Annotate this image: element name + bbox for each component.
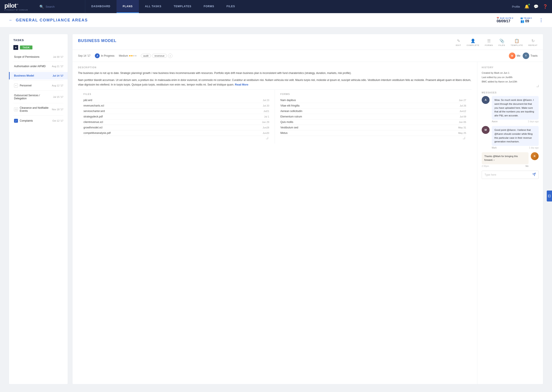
form-name: Vestibulum sed: [280, 126, 298, 129]
task-list: Scope of Permissions Jul 30 '17 Authoris…: [9, 53, 68, 125]
description-label: DESCRIPTION: [78, 66, 472, 69]
description-text-1: The business plan is not up to date. Str…: [78, 71, 472, 75]
divider: [13, 71, 63, 71]
task-detail-panel: BUSINESS MODEL ✎ EDIT 👤 COMPLETE ☰ FORMS…: [72, 34, 543, 384]
forms-action[interactable]: ☰ FORMS: [485, 39, 493, 46]
avatar-me: M: [509, 53, 516, 59]
task-item[interactable]: ☐ Clearance and Notifiable Events Nov 18…: [9, 104, 68, 115]
nav-item-all-tasks[interactable]: ALL TASKS: [139, 0, 167, 13]
send-message-button[interactable]: [532, 173, 536, 177]
complete-action[interactable]: 👤 COMPLETE: [467, 39, 479, 46]
file-name: clientrevenue.xcl: [83, 120, 103, 124]
message-item-me: K Thanks @Mark for bringing this forward…: [482, 152, 539, 167]
avatar-me-msg: K: [531, 152, 539, 160]
message-sender-mark: Mark: [492, 147, 497, 149]
message-item-mark: M Good point @Aaron. I believe that @Kar…: [482, 126, 539, 149]
task-item[interactable]: ✓ Complaints Oct 12 '17: [9, 117, 68, 125]
task-checkbox-icon: ☐: [14, 107, 18, 111]
complete-label: COMPLETE: [467, 44, 479, 46]
page-title-area: ← GENERAL COMPLIANCE AREAS: [9, 18, 88, 22]
message-input-area: [482, 171, 539, 179]
team-value: 👥 09: [520, 19, 529, 23]
nav-item-forms[interactable]: FORMS: [198, 0, 220, 13]
form-item[interactable]: Quis mollis Jun 05: [280, 119, 466, 125]
avatar-mark: M: [482, 126, 490, 134]
assignee-travis-label: Travis: [530, 54, 537, 57]
more-tags-button[interactable]: ›: [168, 54, 172, 58]
task-item[interactable]: Scope of Permissions Jul 30 '17: [9, 53, 68, 61]
message-input[interactable]: [485, 173, 530, 176]
task-body-left: DESCRIPTION The business plan is not up …: [73, 62, 477, 384]
description-text-2: Nam porttitor blandit accumsan. Ut vel d…: [78, 78, 472, 87]
side-panel-toggle[interactable]: [547, 190, 552, 202]
more-options-button[interactable]: ⋮: [539, 17, 543, 23]
profile-link[interactable]: Profile: [512, 5, 520, 8]
form-date: Jul 09: [460, 115, 466, 118]
form-item[interactable]: Vitae elit fringilla Jul 26: [280, 103, 466, 109]
file-name: servicecharter.wrd: [83, 110, 105, 113]
assignee-me: M Me: [509, 53, 520, 59]
file-date: Jul 20: [263, 104, 269, 107]
nav-links: DASHBOARD PLANS ALL TASKS TEMPLATES FORM…: [85, 0, 508, 13]
template-label: TEMPLATE: [511, 44, 523, 46]
files-forms-area: FILES p&l.wrd Jul 23 revenuecharts.xcl J…: [78, 90, 472, 143]
due-date-meta[interactable]: 📅 DUE DATE▼ 08/09/17: [497, 17, 514, 23]
edit-action[interactable]: ✎ EDIT: [456, 39, 461, 46]
page-header: ← GENERAL COMPLIANCE AREAS 📅 DUE DATE▼ 0…: [0, 13, 552, 27]
file-name: competitiveanalysis.pdf: [83, 132, 111, 134]
repeat-action[interactable]: ↻ REPEAT: [528, 39, 537, 46]
file-item[interactable]: p&l.wrd Jul 23: [83, 98, 269, 103]
nav-right: Profile 🔔 💬 ❓: [508, 0, 552, 13]
form-date: Jun 05: [459, 121, 466, 123]
forms-resize-handle: [280, 136, 466, 140]
team-meta[interactable]: 👥 TEAM▼ 👥 09: [520, 17, 532, 23]
task-date: Sep 14 '17: [78, 54, 90, 57]
files-label: FILES: [83, 93, 269, 95]
task-item[interactable]: Outsourced Services / Delegation Jul 15 …: [9, 92, 68, 102]
avatar-aaron: A: [482, 96, 490, 104]
chat-button[interactable]: 💬: [534, 4, 538, 9]
task-item[interactable]: + Personnel Aug 12 '17: [9, 81, 68, 90]
file-item[interactable]: servicecharter.wrd Jul21: [83, 109, 269, 114]
forms-section: FORMS Nam dapibus Jun 27 Vitae elit frin…: [275, 90, 472, 143]
tag-audit[interactable]: audit: [141, 54, 151, 58]
task-actions-bar: ✎ EDIT 👤 COMPLETE ☰ FORMS 📎 FILES 📋: [456, 39, 537, 46]
files-action[interactable]: 📎 FILES: [499, 39, 505, 46]
search-input[interactable]: [46, 5, 81, 8]
history-resize-icon: [537, 85, 539, 87]
add-task-button[interactable]: + TASK: [13, 45, 63, 50]
file-item[interactable]: growthmodel.xcl Jun28: [83, 125, 269, 130]
nav-item-files[interactable]: FILES: [220, 0, 241, 13]
assignee-travis: T Travis: [523, 53, 537, 59]
messages-label: MESSAGES: [482, 91, 539, 94]
nav-item-templates[interactable]: TEMPLATES: [167, 0, 198, 13]
form-item[interactable]: Nam dapibus Jun 27: [280, 98, 466, 103]
files-icon: 📎: [499, 39, 504, 43]
file-item[interactable]: revenuecharts.xcl Jul 20: [83, 103, 269, 109]
form-date: May 25: [458, 132, 466, 134]
notifications-button[interactable]: 🔔: [524, 4, 529, 9]
file-item[interactable]: clientrevenue.xcl Jun 29: [83, 119, 269, 125]
read-more-link[interactable]: Read More: [235, 83, 248, 86]
form-item[interactable]: Vestibulum sed May 31: [280, 125, 466, 130]
file-item[interactable]: competitiveanalysis.pdf Jun20: [83, 130, 269, 136]
page-meta: 📅 DUE DATE▼ 08/09/17 👥 TEAM▼ 👥 09 ⋮: [497, 17, 543, 23]
file-item[interactable]: strategydeck.pdf Jul 1: [83, 114, 269, 119]
nav-item-dashboard[interactable]: DASHBOARD: [85, 0, 116, 13]
form-item[interactable]: Elementum rutrum Jul 09: [280, 114, 466, 119]
file-name: strategydeck.pdf: [83, 115, 103, 118]
form-item[interactable]: Aenean sollicitudin Jun12: [280, 109, 466, 114]
tag-revenue[interactable]: reveneue: [152, 54, 167, 58]
history-section: HISTORY Created by Mark on Jun 1 Last ed…: [482, 66, 539, 87]
status-badge[interactable]: ✗ In Progress: [95, 53, 114, 58]
task-item-active[interactable]: Business Model Jul 14 '17: [9, 72, 68, 79]
file-date: Jun28: [263, 126, 269, 129]
help-button[interactable]: ❓: [543, 4, 548, 9]
template-action[interactable]: 📋 TEMPLATE: [511, 39, 523, 46]
form-item[interactable]: Metus May 25: [280, 130, 466, 136]
nav-item-plans[interactable]: PLANS: [116, 0, 139, 13]
file-name: growthmodel.xcl: [83, 126, 102, 129]
back-button[interactable]: ←: [9, 18, 13, 22]
task-item[interactable]: Authorisation under AIFMD Aug 21 '17: [9, 63, 68, 70]
message-bubble-aaron: Wow. So much work done @Karen. I went th…: [492, 96, 539, 120]
